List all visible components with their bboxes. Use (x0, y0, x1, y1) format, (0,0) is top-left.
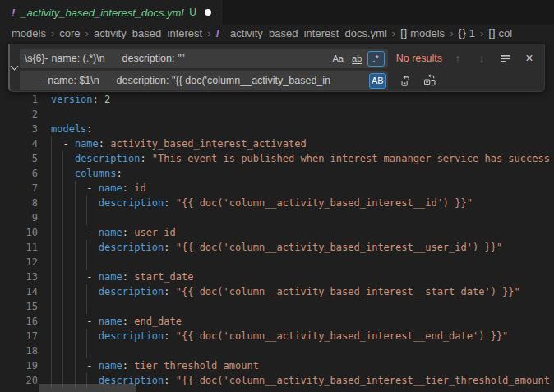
toggle-replace-button[interactable] (10, 44, 20, 91)
code-text: description: "{{ doc('column__activity_b… (51, 284, 520, 299)
find-query-text[interactable]: \s{6}- name: (.*)\n description: "" (20, 53, 330, 64)
breadcrumb-item-models[interactable]: [ ]models (400, 27, 445, 39)
breadcrumb-label: core (59, 27, 80, 39)
replace-input[interactable]: - name: $1\n description: "{{ doc('colum… (20, 71, 388, 90)
code-line-17[interactable]: 17 description: "{{ doc('column__activit… (0, 329, 554, 344)
breadcrumb-label: _activity_based_interest_docs.yml (224, 27, 387, 39)
code-text: columns: (51, 166, 122, 181)
code-text: - name: id (51, 181, 146, 196)
git-untracked-badge: U (189, 7, 196, 18)
indent-guide (62, 255, 63, 270)
code-line-10[interactable]: 10 - name: user_id (0, 225, 554, 240)
yaml-file-icon: ! (12, 7, 15, 19)
code-line-4[interactable]: 4 - name: activity_based_interest_activa… (0, 136, 554, 151)
code-text: - name: tier_threshold_amount (51, 358, 259, 373)
line-number: 2 (0, 107, 38, 122)
code-line-9[interactable]: 9 (0, 210, 554, 225)
breadcrumb-separator-icon: › (480, 27, 483, 39)
code-line-16[interactable]: 16 - name: end_date (0, 314, 554, 329)
symbol-object-icon: { } (458, 27, 464, 39)
tab-activity-based-interest-docs[interactable]: ! _activity_based_interest_docs.yml U (0, 0, 224, 25)
code-line-11[interactable]: 11 description: "{{ doc('column__activit… (0, 240, 554, 255)
breadcrumb-separator-icon: › (85, 27, 89, 39)
find-input[interactable]: \s{6}- name: (.*)\n description: "" Aaab… (20, 49, 388, 68)
find-in-selection-button[interactable] (497, 50, 514, 67)
breadcrumb-separator-icon: › (450, 27, 453, 39)
close-find-button[interactable]: × (521, 50, 538, 67)
preserve-case-button[interactable]: AB (369, 73, 386, 89)
line-number: 19 (0, 358, 38, 373)
indent-guide (51, 210, 52, 225)
line-number: 16 (0, 314, 38, 329)
breadcrumb-label: models (12, 27, 46, 39)
breadcrumb-label: col (498, 27, 512, 39)
line-number: 6 (0, 166, 38, 181)
code-line-12[interactable]: 12 (0, 255, 554, 270)
indent-guide (51, 255, 52, 270)
code-text: description: "{{ doc('column__activity_b… (51, 240, 502, 255)
breadcrumb-item--activity-based-interest-docs-yml[interactable]: !_activity_based_interest_docs.yml (216, 27, 387, 39)
line-number: 9 (0, 210, 38, 225)
indent-guide (51, 344, 52, 358)
replace-all-button[interactable] (422, 72, 438, 89)
line-number: 13 (0, 270, 38, 284)
indent-guide (75, 210, 76, 225)
breadcrumb-item-core[interactable]: core (59, 27, 80, 39)
indent-guide (51, 299, 52, 314)
code-line-15[interactable]: 15 (0, 299, 554, 314)
chevron-down-icon (11, 62, 19, 71)
code-area[interactable]: 1version: 223models:4 - name: activity_b… (0, 92, 554, 388)
horizontal-scrollbar[interactable] (39, 384, 136, 392)
replace-icon (399, 75, 412, 87)
find-status: No results (396, 53, 442, 64)
line-number: 1 (0, 92, 38, 107)
indent-guide (75, 255, 76, 270)
breadcrumb-item-models[interactable]: models (12, 27, 46, 39)
code-line-2[interactable]: 2 (0, 107, 554, 122)
next-match-button[interactable]: ↓ (473, 50, 490, 67)
line-number: 15 (0, 299, 38, 314)
replace-all-icon (423, 74, 436, 87)
indent-guide (62, 210, 63, 225)
code-line-19[interactable]: 19 - name: tier_threshold_amount (0, 358, 554, 373)
code-text: description: "{{ doc('column__activity_b… (51, 196, 473, 210)
code-line-5[interactable]: 5 description: "This event is published … (0, 151, 554, 166)
code-text: models: (51, 122, 93, 136)
line-number: 8 (0, 196, 38, 210)
breadcrumb-label: models (410, 27, 445, 39)
code-line-13[interactable]: 13 - name: start_date (0, 270, 554, 284)
line-number: 18 (0, 344, 38, 358)
code-line-3[interactable]: 3models: (0, 122, 554, 136)
breadcrumb-item-1[interactable]: { }1 (458, 27, 475, 39)
indent-guide (86, 255, 87, 270)
find-actions: ↑ ↓ × (442, 50, 538, 67)
match-case-button[interactable]: Aa (330, 51, 347, 67)
breadcrumb-separator-icon: › (51, 27, 54, 39)
code-line-7[interactable]: 7 - name: id (0, 181, 554, 196)
indent-guide (75, 299, 76, 314)
code-line-14[interactable]: 14 description: "{{ doc('column__activit… (0, 284, 554, 299)
breadcrumb: models›core›activity_based_interest›!_ac… (0, 25, 554, 41)
previous-match-button[interactable]: ↑ (450, 50, 466, 67)
breadcrumb-item-activity-based-interest[interactable]: activity_based_interest (94, 27, 202, 39)
replace-button[interactable] (398, 72, 414, 89)
replace-value-text[interactable]: - name: $1\n description: "{{ doc('colum… (20, 75, 369, 86)
code-text: - name: activity_based_interest_activate… (51, 136, 307, 151)
line-number: 12 (0, 255, 38, 270)
breadcrumb-label: activity_based_interest (94, 27, 202, 39)
whole-word-button[interactable]: ab (349, 51, 366, 67)
editor-pane[interactable]: \s{6}- name: (.*)\n description: "" Aaab… (0, 41, 554, 392)
vscode-window: ! _activity_based_interest_docs.yml U mo… (0, 0, 554, 392)
code-line-18[interactable]: 18 (0, 344, 554, 358)
replace-row: - name: $1\n description: "{{ doc('colum… (20, 71, 538, 90)
indent-guide (86, 210, 87, 225)
code-line-8[interactable]: 8 description: "{{ doc('column__activity… (0, 196, 554, 210)
breadcrumb-item-col[interactable]: [ ]col (488, 27, 512, 39)
line-number: 17 (0, 329, 38, 344)
symbol-array-icon: [ ] (400, 27, 406, 39)
code-line-1[interactable]: 1version: 2 (0, 92, 554, 107)
code-line-6[interactable]: 6 columns: (0, 166, 554, 181)
use-regex-button[interactable]: .* (367, 51, 385, 67)
symbol-array-icon: [ ] (488, 27, 494, 39)
modified-dot-icon[interactable] (205, 9, 211, 16)
